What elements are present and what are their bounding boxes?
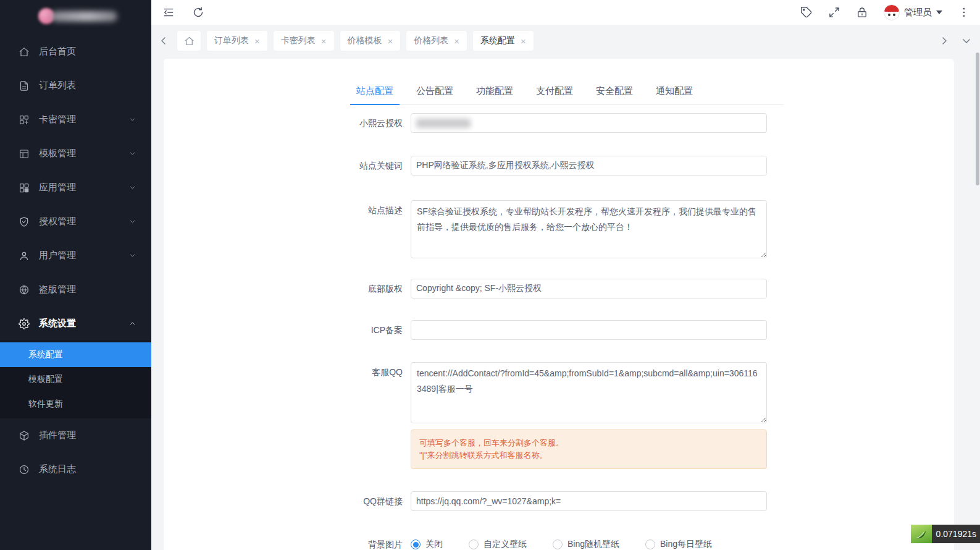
sidebar-subitem-system-config[interactable]: 系统配置	[0, 342, 151, 367]
radio-label: 关闭	[425, 539, 443, 550]
radio-icon	[553, 539, 563, 549]
form-row-description: 站点描述 SF综合验证授权系统，专业帮助站长开发程序，帮您火速开发程序，我们提供…	[350, 200, 784, 261]
service-qq-textarea[interactable]: tencent://AddContact/?fromId=45&amp;from…	[411, 362, 767, 423]
config-tabs: 站点配置 公告配置 功能配置 支付配置 安全配置 通知配置	[350, 85, 784, 105]
tab-announcement-config[interactable]: 公告配置	[410, 85, 459, 104]
field-label: ICP备案	[350, 320, 411, 340]
radio-option-bing-daily[interactable]: Bing每日壁纸	[645, 539, 712, 550]
close-icon[interactable]: ×	[388, 36, 393, 46]
field-label: QQ群链接	[350, 491, 411, 511]
sidebar-item-plugins[interactable]: 插件管理	[0, 418, 151, 452]
qq-group-input[interactable]	[411, 491, 767, 511]
sidebar-item-label: 模板管理	[39, 148, 76, 159]
radio-option-close[interactable]: 关闭	[411, 539, 443, 550]
license-input[interactable]	[411, 113, 767, 133]
copyright-input[interactable]	[411, 279, 767, 298]
avatar	[884, 4, 900, 20]
radio-option-bing-random[interactable]: Bing随机壁纸	[553, 539, 619, 550]
sidebar-subitem-label: 系统配置	[28, 349, 63, 360]
logo-text-redacted	[51, 11, 117, 22]
app-grid-icon	[19, 182, 30, 193]
tabs-scroll-left-icon[interactable]	[159, 36, 169, 46]
field-label: 底部版权	[350, 279, 411, 298]
close-icon[interactable]: ×	[254, 36, 260, 46]
sidebar-item-label: 系统日志	[39, 463, 76, 475]
order-list-icon	[19, 80, 30, 91]
close-icon[interactable]: ×	[521, 36, 526, 46]
tab-payment-config[interactable]: 支付配置	[530, 85, 579, 104]
sidebar-item-licenses[interactable]: 授权管理	[0, 205, 151, 239]
tab-security-config[interactable]: 安全配置	[590, 85, 639, 104]
radio-icon	[645, 539, 655, 549]
tab-order-list[interactable]: 订单列表×	[207, 31, 267, 51]
user-menu[interactable]: 管理员	[884, 4, 942, 20]
hint-line: "|"来分割跳转联系方式和客服名称。	[419, 449, 758, 462]
sidebar-item-templates[interactable]: 模板管理	[0, 137, 151, 171]
form-row-copyright: 底部版权	[350, 279, 784, 298]
sidebar-item-label: 系统设置	[39, 318, 76, 329]
tab-card-key-list[interactable]: 卡密列表×	[274, 31, 334, 51]
chevron-down-icon	[128, 218, 136, 226]
template-icon	[19, 148, 30, 159]
settings-form: 站点配置 公告配置 功能配置 支付配置 安全配置 通知配置 小熙云授权 站点关键…	[350, 59, 784, 550]
vertical-scrollbar[interactable]	[976, 53, 979, 185]
sidebar-item-label: 用户管理	[39, 250, 76, 261]
admin-page: 后台首页 订单列表 卡密管理 模板管理 应用管理	[0, 0, 980, 550]
thinkphp-logo-icon	[911, 525, 932, 543]
page-load-time: 0.071921s	[932, 525, 980, 543]
sidebar-item-orders[interactable]: 订单列表	[0, 69, 151, 103]
sidebar-subitem-software-update[interactable]: 软件更新	[0, 392, 151, 417]
tab-label: 价格模板	[348, 35, 382, 46]
radio-label: Bing每日壁纸	[660, 539, 712, 550]
tab-price-template[interactable]: 价格模板×	[340, 31, 401, 51]
sidebar-item-label: 应用管理	[39, 182, 76, 193]
kebab-menu-icon[interactable]	[958, 6, 970, 19]
sidebar-item-piracy[interactable]: 盗版管理	[0, 273, 151, 307]
sidebar-item-system-settings[interactable]: 系统设置	[0, 307, 151, 341]
field-label: 客服QQ	[350, 362, 411, 382]
collapse-sidebar-icon[interactable]	[162, 6, 175, 19]
tab-label: 订单列表	[214, 35, 249, 46]
radio-checked-icon	[411, 539, 421, 549]
chevron-down-icon	[128, 184, 136, 192]
clock-icon	[19, 464, 30, 475]
description-textarea[interactable]: SF综合验证授权系统，专业帮助站长开发程序，帮您火速开发程序，我们提供最专业的售…	[411, 200, 767, 258]
tab-home[interactable]	[177, 31, 201, 51]
sidebar-item-card-keys[interactable]: 卡密管理	[0, 103, 151, 137]
fullscreen-icon[interactable]	[828, 6, 840, 19]
form-row-license: 小熙云授权	[350, 113, 784, 133]
sidebar-item-logs[interactable]: 系统日志	[0, 452, 151, 486]
icp-input[interactable]	[411, 320, 767, 340]
tab-feature-config[interactable]: 功能配置	[470, 85, 519, 104]
tab-site-config[interactable]: 站点配置	[350, 85, 400, 104]
keywords-input[interactable]	[411, 156, 767, 176]
debug-toolbar[interactable]: 0.071921s	[911, 525, 980, 543]
chevron-down-icon	[128, 116, 136, 124]
close-icon[interactable]: ×	[321, 36, 327, 46]
lock-icon[interactable]	[856, 6, 868, 19]
app-logo	[0, 0, 151, 32]
sidebar-item-apps[interactable]: 应用管理	[0, 171, 151, 205]
tab-price-list[interactable]: 价格列表×	[406, 31, 467, 51]
radio-label: Bing随机壁纸	[567, 539, 619, 550]
tab-system-config[interactable]: 系统配置×	[473, 31, 534, 51]
tabs-dropdown-icon[interactable]	[961, 36, 971, 46]
shield-check-icon	[19, 216, 30, 227]
tag-icon[interactable]	[800, 6, 813, 19]
form-row-service-qq: 客服QQ tencent://AddContact/?fromId=45&amp…	[350, 362, 784, 469]
sidebar-item-label: 卡密管理	[39, 114, 76, 125]
tab-notification-config[interactable]: 通知配置	[650, 85, 699, 104]
sidebar-subitem-label: 软件更新	[28, 399, 63, 410]
tabs-scroll-right-icon[interactable]	[939, 36, 949, 46]
content-card: 站点配置 公告配置 功能配置 支付配置 安全配置 通知配置 小熙云授权 站点关键…	[164, 59, 954, 550]
close-icon[interactable]: ×	[454, 36, 459, 46]
refresh-icon[interactable]	[192, 6, 204, 19]
user-icon	[19, 250, 30, 261]
cube-icon	[19, 430, 30, 441]
radio-option-custom-wallpaper[interactable]: 自定义壁纸	[469, 539, 527, 550]
sidebar-item-dashboard[interactable]: 后台首页	[0, 35, 151, 69]
background-radio-group: 关闭 自定义壁纸 Bing随机壁纸 Bing每日壁纸	[411, 535, 767, 550]
sidebar-subitem-template-config[interactable]: 模板配置	[0, 367, 151, 392]
tab-label: 系统配置	[480, 35, 515, 46]
sidebar-item-users[interactable]: 用户管理	[0, 239, 151, 273]
